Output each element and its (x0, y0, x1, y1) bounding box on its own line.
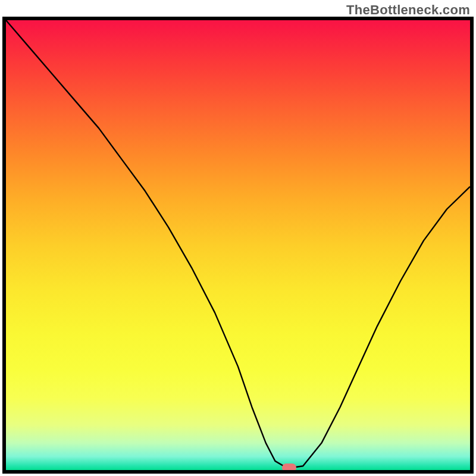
chart-container: TheBottleneck.com (0, 0, 476, 476)
watermark-text: TheBottleneck.com (346, 2, 470, 18)
bottleneck-curve-path (6, 20, 470, 468)
plot-area (6, 20, 470, 470)
optimum-marker (282, 464, 296, 470)
curve-layer (6, 20, 470, 470)
chart-frame (2, 17, 474, 474)
